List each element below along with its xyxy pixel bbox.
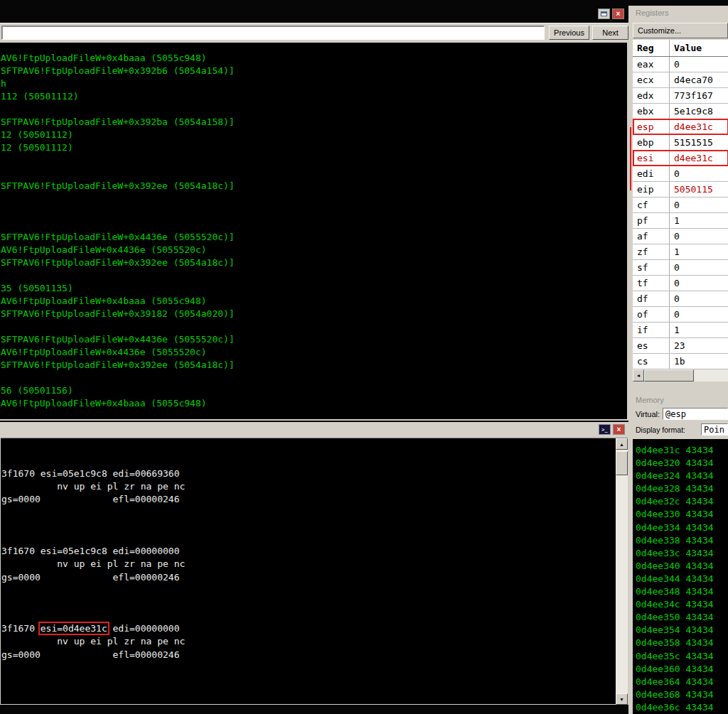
register-value: 0 — [670, 166, 728, 181]
command-output[interactable]: 3f1670 esi=05e1c9c8 edi=00669360 nv up e… — [1, 438, 616, 704]
register-row-of[interactable]: of0 — [633, 307, 728, 323]
register-value: 0 — [670, 57, 728, 72]
register-row-af[interactable]: af0 — [633, 229, 728, 244]
memory-output[interactable]: 0d4ee31c 434340d4ee320 434340d4ee324 434… — [633, 439, 728, 714]
register-name: zf — [633, 244, 670, 259]
display-format-select[interactable]: Poin — [701, 423, 728, 436]
register-name: ebx — [633, 104, 670, 119]
register-row-cs[interactable]: cs1b — [633, 354, 728, 369]
register-row-ecx[interactable]: ecxd4eca70 — [633, 72, 728, 88]
memory-row: 0d4ee320 43434 — [636, 458, 728, 470]
register-row-zf[interactable]: zf1 — [633, 244, 728, 260]
register-name: if — [633, 323, 670, 337]
command-line: nv up ei pl zr na pe nc — [1, 558, 616, 571]
address-input[interactable] — [1, 26, 545, 40]
previous-button[interactable]: Previous — [549, 26, 589, 40]
disassembly-line — [1, 372, 627, 385]
register-name: tf — [633, 276, 670, 291]
register-row-ebp[interactable]: ebp5151515 — [633, 135, 728, 151]
command-line — [1, 585, 616, 597]
vertical-scrollbar[interactable]: ▲ ▼ — [616, 438, 628, 705]
memory-row: 0d4ee338 43434 — [636, 535, 728, 548]
disassembly-line: SFTPAV6!FtpUploadFileW+0x39182 (5054a020… — [1, 308, 627, 321]
register-row-eip[interactable]: eip5050115 — [633, 182, 728, 198]
virtual-label: Virtual: — [636, 410, 660, 418]
memory-row: 0d4ee31c 43434 — [636, 445, 728, 458]
window-controls: × — [598, 9, 624, 19]
scroll-up-icon[interactable]: ▲ — [616, 438, 628, 450]
disassembly-line: h — [1, 78, 627, 91]
register-row-esp[interactable]: espd4ee31c — [633, 119, 728, 135]
disassembly-line: AV6!FtpUploadFileW+0x4baaa (5055c948) — [1, 53, 627, 65]
command-line: 3f1670 esi=05e1c9c8 edi=00000000 — [1, 546, 616, 558]
register-row-eax[interactable]: eax0 — [633, 57, 728, 72]
register-value: 1 — [670, 244, 728, 259]
registers-hscrollbar[interactable]: ◄ — [633, 369, 728, 382]
next-button[interactable]: Next — [592, 26, 628, 40]
command-window-controls: >_ × — [599, 424, 625, 435]
memory-format-row: Display format: Poin — [633, 423, 728, 437]
scroll-down-icon[interactable]: ▼ — [616, 693, 628, 705]
register-row-df[interactable]: df0 — [633, 291, 728, 307]
register-name: ecx — [633, 72, 670, 87]
memory-row: 0d4ee35c 43434 — [636, 651, 728, 664]
register-value: 5050115 — [670, 182, 728, 197]
hscroll-thumb[interactable] — [644, 369, 694, 382]
memory-row: 0d4ee33c 43434 — [636, 548, 728, 561]
disassembly-line: 12 (50501112) — [1, 142, 627, 155]
register-row-edi[interactable]: edi0 — [633, 166, 728, 182]
memory-row: 0d4ee364 43434 — [636, 676, 728, 689]
close-icon[interactable]: × — [613, 424, 625, 435]
register-value: 5151515 — [670, 135, 728, 150]
disassembly-line: AV6!FtpUploadFileW+0x4baaa (5055c948) — [1, 398, 627, 411]
scroll-left-icon[interactable]: ◄ — [633, 369, 644, 382]
memory-row: 0d4ee348 43434 — [636, 586, 728, 599]
memory-row: 0d4ee340 43434 — [636, 561, 728, 573]
scroll-thumb[interactable] — [616, 451, 628, 475]
register-value: d4ee31c — [670, 151, 728, 166]
memory-row: 0d4ee32c 43434 — [636, 496, 728, 509]
register-row-if[interactable]: if1 — [633, 323, 728, 338]
command-text: 3f1670 — [1, 623, 41, 634]
register-row-ebx[interactable]: ebx5e1c9c8 — [633, 104, 728, 119]
command-line: nv up ei pl zr na pe nc — [1, 636, 616, 649]
register-name: edx — [633, 88, 670, 103]
memory-row: 0d4ee368 43434 — [636, 689, 728, 702]
disassembly-line: AV6!FtpUploadFileW+0x4baaa (5055c948) — [1, 296, 627, 308]
close-icon[interactable]: × — [612, 9, 624, 19]
memory-row: 0d4ee344 43434 — [636, 573, 728, 586]
register-row-sf[interactable]: sf0 — [633, 260, 728, 276]
reg-column-header: Reg — [633, 40, 670, 56]
memory-row: 0d4ee330 43434 — [636, 509, 728, 521]
register-row-pf[interactable]: pf1 — [633, 213, 728, 229]
command-prompt-icon[interactable]: >_ — [599, 424, 611, 435]
command-line — [1, 520, 616, 533]
command-line: gs=0000 efl=00000246 — [1, 494, 616, 507]
disassembly-line: 56 (50501156) — [1, 385, 627, 398]
register-value: 0 — [670, 307, 728, 322]
disassembly-line — [1, 206, 627, 219]
memory-virtual-row: Virtual: @esp — [633, 407, 728, 421]
register-row-edx[interactable]: edx773f167 — [633, 88, 728, 104]
disassembly-line: SFTPAV6!FtpUploadFileW+0x4436e (5055520c… — [1, 232, 627, 244]
registers-header-row: Reg Value — [633, 40, 728, 57]
memory-row: 0d4ee360 43434 — [636, 664, 728, 676]
disassembly-line: 35 (50501135) — [1, 283, 627, 296]
disassembly-output[interactable]: AV6!FtpUploadFileW+0x4baaa (5055c948)SFT… — [0, 43, 627, 419]
register-row-esi[interactable]: esid4ee31c — [633, 151, 728, 166]
registers-table: Reg Value eax0ecxd4eca70edx773f167ebx5e1… — [633, 40, 728, 369]
customize-button[interactable]: Customize... — [633, 23, 728, 38]
disassembly-line: 12 (50501112) — [1, 129, 627, 142]
register-row-cf[interactable]: cf0 — [633, 198, 728, 213]
register-value: 1 — [670, 213, 728, 228]
memory-row: 0d4ee350 43434 — [636, 612, 728, 624]
register-value: 0 — [670, 260, 728, 275]
annotation-line — [630, 127, 631, 190]
register-row-tf[interactable]: tf0 — [633, 276, 728, 291]
windbg-workspace: × Previous Next AV6!FtpUploadFileW+0x4ba… — [0, 0, 728, 714]
virtual-input[interactable]: @esp — [663, 408, 728, 420]
float-window-icon[interactable] — [598, 9, 610, 19]
register-row-es[interactable]: es23 — [633, 338, 728, 354]
memory-title: Memory — [628, 393, 728, 407]
register-name: of — [633, 307, 670, 322]
